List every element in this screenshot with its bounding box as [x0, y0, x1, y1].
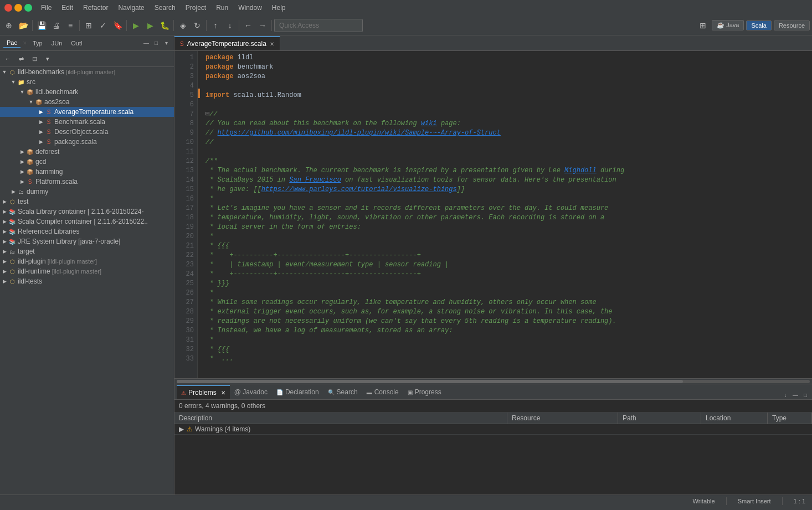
editor-tab-avgtemp[interactable]: S AverageTemperature.scala ✕ — [174, 36, 280, 50]
menu-run[interactable]: Run — [212, 3, 233, 13]
tree-item-scala-compiler[interactable]: ▶ 📚 Scala Compiler container [ 2.11.6-20… — [0, 217, 174, 226]
tree-item-ildl-runtime[interactable]: ▶ ⬡ ildl-runtime [ildl-plugin master] — [0, 266, 174, 276]
menu-search[interactable]: Search — [150, 3, 180, 13]
tree-item-src[interactable]: ▼ 📁 src — [0, 77, 174, 87]
editor-content[interactable]: 1234567891011121314151617181920212223242… — [174, 51, 812, 378]
tree-item-benchmark[interactable]: ▶ S Benchmark.scala — [0, 117, 174, 127]
sidebar-settings[interactable]: ▾ — [42, 53, 53, 64]
sidebar-tab-pac[interactable]: Pac — [3, 38, 20, 48]
tree-item-ildl-tests[interactable]: ▶ ⬡ ildl-tests — [0, 276, 174, 286]
scala-file-icon-descrobject: S — [44, 127, 53, 136]
tree-item-platform[interactable]: ▶ S Platform.scala — [0, 177, 174, 187]
bottom-tab-progress[interactable]: ▣ Progress — [403, 385, 446, 399]
expand-icon-ildl-plugin: ▶ — [1, 258, 8, 265]
tree-label-descrobject: DescrObject.scala — [54, 128, 108, 136]
quick-access-input[interactable]: Quick Access — [274, 19, 363, 32]
project-icon: ⬡ — [8, 68, 17, 76]
perspective-java[interactable]: ☕ Java — [712, 20, 744, 30]
tree-item-hamming[interactable]: ▶ 📦 hamming — [0, 167, 174, 177]
print-button[interactable]: 🖨 — [49, 19, 63, 32]
sidebar-tab-typ[interactable]: Typ — [29, 39, 46, 48]
expand-warnings[interactable]: ▶ — [179, 425, 184, 433]
menu-navigate[interactable]: Navigate — [114, 3, 148, 13]
open-file-button[interactable]: 📂 — [17, 19, 30, 32]
tree-item-test[interactable]: ▶ ⬡ test — [0, 197, 174, 207]
search-open-button[interactable]: ⊞ — [82, 19, 95, 32]
tree-item-jre[interactable]: ▶ 📚 JRE System Library [java-7-oracle] — [0, 236, 174, 246]
back-button[interactable]: ← — [241, 19, 255, 32]
code-editor[interactable]: package ildl package benchmark package a… — [201, 51, 812, 378]
tree-item-descrobject[interactable]: ▶ S DescrObject.scala — [0, 127, 174, 137]
maximize-button[interactable] — [24, 4, 32, 12]
sidebar-nav-back[interactable]: ← — [2, 53, 13, 64]
bottom-panel-max[interactable]: □ — [801, 390, 810, 399]
refresh-button[interactable]: ↻ — [191, 19, 204, 32]
tree-item-scala-lib[interactable]: ▶ 📚 Scala Library container [ 2.11.6-201… — [0, 207, 174, 217]
new-button[interactable]: ⊕ — [2, 19, 16, 32]
next-annotation-button[interactable]: ↓ — [223, 19, 237, 32]
sidebar-minimize-button[interactable]: — — [142, 39, 151, 48]
search-icon: 🔍 — [328, 389, 335, 395]
editor-hscrollbar[interactable] — [174, 378, 812, 384]
bookmark-button[interactable]: 🔖 — [111, 19, 124, 32]
tree-item-ildl-benchmark[interactable]: ▼ 📦 ildl.benchmark — [0, 87, 174, 97]
tree-label-ildl-tests: ildl-tests — [18, 277, 42, 285]
menu-window[interactable]: Window — [234, 3, 266, 13]
tree-item-dummy[interactable]: ▶ 🗂 dummy — [0, 187, 174, 197]
prev-annotation-button[interactable]: ↑ — [209, 19, 222, 32]
minimize-button[interactable] — [14, 4, 22, 12]
sidebar-collapse-all[interactable]: ⊟ — [29, 53, 40, 64]
task-button[interactable]: ✓ — [96, 19, 110, 32]
project-icon-test: ⬡ — [8, 197, 17, 206]
bottom-tab-console[interactable]: ▬ Console — [362, 385, 403, 399]
debug-button[interactable]: 🐛 — [158, 19, 171, 32]
tree-item-aos2soa[interactable]: ▼ 📦 aos2soa — [0, 97, 174, 107]
tree-item-deforest[interactable]: ▶ 📦 deforest — [0, 147, 174, 157]
tree-item-avgtemp[interactable]: ▶ S AverageTemperature.scala — [0, 107, 174, 117]
warnings-path-cell — [618, 424, 701, 434]
tree-item-packagescala[interactable]: ▶ S package.scala — [0, 137, 174, 147]
problems-summary: 0 errors, 4 warnings, 0 others — [174, 400, 812, 413]
run-external-button[interactable]: ▶ — [129, 19, 142, 32]
status-sep-2 — [782, 497, 783, 505]
bottom-panel-min[interactable]: — — [791, 390, 800, 399]
menu-edit[interactable]: Edit — [57, 3, 78, 13]
sidebar-tab-jun[interactable]: JUn — [48, 39, 66, 48]
close-button[interactable] — [4, 4, 12, 12]
coverage-button[interactable]: ◈ — [176, 19, 189, 32]
perspective-resource[interactable]: Resource — [774, 20, 810, 30]
bottom-tab-javadoc[interactable]: @ Javadoc — [230, 385, 272, 399]
bottom-minimize-button[interactable]: ↓ — [781, 390, 790, 399]
sidebar-tab-outl[interactable]: Outl — [68, 39, 85, 48]
tree-item-target[interactable]: ▶ 🗂 target — [0, 246, 174, 256]
window-controls — [4, 4, 32, 12]
save-button[interactable]: 💾 — [35, 19, 48, 32]
tree-item-root[interactable]: ▼ ⬡ ildl-benchmarks [ildl-plugin master] — [0, 67, 174, 77]
expand-icon-gcd: ▶ — [19, 158, 25, 165]
menu-project[interactable]: Project — [181, 3, 210, 13]
menu-refactor[interactable]: Refactor — [79, 3, 112, 13]
perspective-scala[interactable]: Scala — [746, 20, 772, 30]
sidebar-maximize-button[interactable]: □ — [152, 39, 161, 48]
bottom-tab-search[interactable]: 🔍 Search — [323, 385, 362, 399]
sidebar-menu-button[interactable]: ▾ — [162, 39, 171, 48]
line-numbers: 1234567891011121314151617181920212223242… — [174, 51, 198, 378]
bottom-content: 0 errors, 4 warnings, 0 others Descripti… — [174, 400, 812, 494]
problems-tab-close[interactable]: ✕ — [221, 390, 225, 396]
bottom-tab-declaration[interactable]: 📄 Declaration — [272, 385, 323, 399]
sidebar-link-editor[interactable]: ⇌ — [16, 53, 27, 64]
menu-file[interactable]: File — [37, 3, 56, 13]
forward-button[interactable]: → — [256, 19, 269, 32]
properties-button[interactable]: ≡ — [64, 19, 77, 32]
run-button[interactable]: ▶ — [143, 19, 157, 32]
col-location: Location — [701, 413, 768, 424]
menu-help[interactable]: Help — [268, 3, 290, 13]
open-perspective-button[interactable]: ⊞ — [696, 19, 710, 32]
table-row[interactable]: ▶ ⚠ Warnings (4 items) — [174, 424, 812, 435]
editor-tab-close[interactable]: ✕ — [270, 41, 274, 47]
tree-item-gcd[interactable]: ▶ 📦 gcd — [0, 157, 174, 167]
tree-item-ildl-plugin[interactable]: ▶ ⬡ ildl-plugin [ildl-plugin master] — [0, 256, 174, 266]
tree-item-ref-libs[interactable]: ▶ 📚 Referenced Libraries — [0, 226, 174, 236]
bottom-panel: ⚠ Problems ✕ @ Javadoc 📄 Declaration 🔍 S… — [174, 384, 812, 494]
bottom-tab-problems[interactable]: ⚠ Problems ✕ — [177, 385, 230, 399]
